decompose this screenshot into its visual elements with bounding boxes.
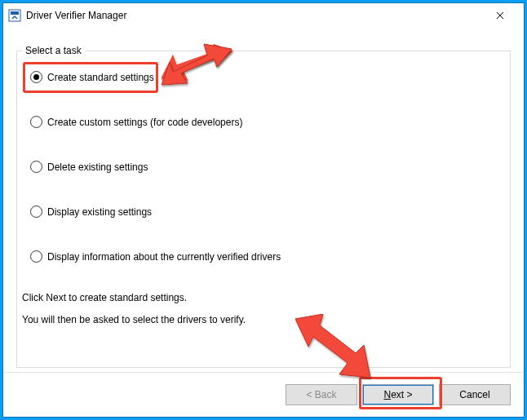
- back-button: < Back: [286, 384, 357, 405]
- task-group: Select a task Create standard settings C…: [16, 51, 511, 368]
- radio-label: Delete existing settings: [47, 161, 148, 173]
- radio-indicator-icon: [30, 250, 42, 263]
- radio-create-standard[interactable]: Create standard settings: [30, 71, 500, 83]
- radio-indicator-icon: [30, 206, 42, 218]
- radio-label: Display information about the currently …: [47, 251, 281, 263]
- radio-indicator-icon: [30, 71, 42, 83]
- app-icon: [8, 9, 21, 22]
- info-text: Click Next to create standard settings. …: [22, 290, 246, 333]
- dialog-window: Driver Verifier Manager Select a task Cr…: [3, 3, 524, 417]
- radio-display-existing[interactable]: Display existing settings: [30, 206, 500, 218]
- info-line: You will then be asked to select the dri…: [22, 312, 246, 328]
- radio-create-custom[interactable]: Create custom settings (for code develop…: [30, 116, 500, 128]
- button-label: < Back: [306, 389, 336, 400]
- window-title: Driver Verifier Manager: [26, 10, 481, 21]
- cancel-button[interactable]: Cancel: [439, 384, 511, 405]
- client-area: Select a task Create standard settings C…: [3, 28, 524, 417]
- radio-label: Create standard settings: [47, 72, 154, 83]
- titlebar: Driver Verifier Manager: [3, 3, 524, 29]
- task-group-label: Select a task: [22, 45, 85, 56]
- radio-indicator-icon: [30, 161, 42, 173]
- radio-display-current[interactable]: Display information about the currently …: [30, 250, 500, 263]
- info-line: Click Next to create standard settings.: [22, 290, 246, 306]
- button-label: Next >: [383, 389, 412, 400]
- close-button[interactable]: [481, 3, 519, 28]
- button-row: < Back Next > Cancel: [3, 372, 524, 417]
- radio-label: Create custom settings (for code develop…: [47, 117, 242, 128]
- close-icon: [496, 11, 504, 20]
- next-button[interactable]: Next >: [362, 384, 434, 405]
- radio-delete-existing[interactable]: Delete existing settings: [30, 161, 500, 173]
- wizard-page: Select a task Create standard settings C…: [16, 36, 511, 368]
- radio-label: Display existing settings: [47, 206, 152, 218]
- radio-indicator-icon: [30, 116, 42, 128]
- button-label: Cancel: [459, 389, 489, 400]
- svg-rect-1: [11, 11, 19, 15]
